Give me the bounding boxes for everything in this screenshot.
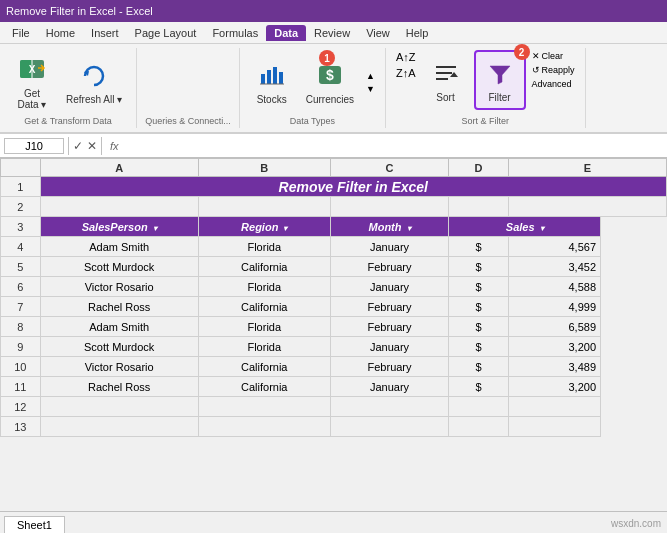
col-header-C[interactable]: C xyxy=(330,159,449,177)
advanced-button[interactable]: Advanced xyxy=(530,78,577,90)
refresh-all-button[interactable]: Refresh All ▾ xyxy=(60,52,128,112)
cell-12-C[interactable] xyxy=(198,397,330,417)
cell-4-E[interactable]: $ xyxy=(449,237,508,257)
cell-5-F[interactable]: 3,452 xyxy=(508,257,600,277)
cell-9-F[interactable]: 3,200 xyxy=(508,337,600,357)
col-header-B[interactable]: B xyxy=(198,159,330,177)
cell-12-D[interactable] xyxy=(330,397,449,417)
cell-10-F[interactable]: 3,489 xyxy=(508,357,600,377)
cell-4-D[interactable]: January xyxy=(330,237,449,257)
region-dropdown[interactable]: ▾ xyxy=(283,224,287,233)
cell-7-F[interactable]: 4,999 xyxy=(508,297,600,317)
cell-2-C[interactable] xyxy=(330,197,449,217)
cell-12-E[interactable] xyxy=(449,397,508,417)
cell-9-E[interactable]: $ xyxy=(449,337,508,357)
formula-input[interactable] xyxy=(127,140,663,152)
cell-4-B[interactable]: Adam Smith xyxy=(40,237,198,257)
cell-13-C[interactable] xyxy=(198,417,330,437)
cell-7-C[interactable]: California xyxy=(198,297,330,317)
cell-6-E[interactable]: $ xyxy=(449,277,508,297)
row-header-9: 9 xyxy=(1,337,41,357)
sort-button[interactable]: Sort xyxy=(422,50,470,110)
cell-8-C[interactable]: Florida xyxy=(198,317,330,337)
header-month[interactable]: Month ▾ xyxy=(330,217,449,237)
filter-button[interactable]: 2 Filter xyxy=(474,50,526,110)
month-dropdown[interactable]: ▾ xyxy=(407,224,411,233)
cell-10-C[interactable]: California xyxy=(198,357,330,377)
menu-data[interactable]: Data xyxy=(266,25,306,41)
cell-4-C[interactable]: Florida xyxy=(198,237,330,257)
cell-13-E[interactable] xyxy=(449,417,508,437)
clear-button[interactable]: ✕ Clear xyxy=(530,50,577,62)
menu-file[interactable]: File xyxy=(4,25,38,41)
header-salesperson[interactable]: SalesPerson ▾ xyxy=(40,217,198,237)
sales-dropdown[interactable]: ▾ xyxy=(540,224,544,233)
cell-12-F[interactable] xyxy=(508,397,600,417)
cell-9-D[interactable]: January xyxy=(330,337,449,357)
cell-8-F[interactable]: 6,589 xyxy=(508,317,600,337)
col-header-A[interactable]: A xyxy=(40,159,198,177)
menu-help[interactable]: Help xyxy=(398,25,437,41)
cell-11-F[interactable]: 3,200 xyxy=(508,377,600,397)
cell-13-F[interactable] xyxy=(508,417,600,437)
cell-2-A[interactable] xyxy=(40,197,198,217)
menu-home[interactable]: Home xyxy=(38,25,83,41)
formula-divider xyxy=(68,137,69,155)
get-data-button[interactable]: X GetData ▾ xyxy=(8,50,56,114)
get-data-label: GetData ▾ xyxy=(18,88,47,110)
cell-8-B[interactable]: Adam Smith xyxy=(40,317,198,337)
col-header-E[interactable]: E xyxy=(508,159,666,177)
header-sales[interactable]: Sales ▾ xyxy=(449,217,601,237)
datatype-up-btn[interactable]: ▲ xyxy=(364,70,377,82)
cell-9-B[interactable]: Scott Murdock xyxy=(40,337,198,357)
cell-10-D[interactable]: February xyxy=(330,357,449,377)
sort-az-button[interactable]: A↑Z xyxy=(394,50,418,64)
cell-5-E[interactable]: $ xyxy=(449,257,508,277)
reapply-button[interactable]: ↺ Reapply xyxy=(530,64,577,76)
cell-12-B[interactable] xyxy=(40,397,198,417)
row-header-2: 2 xyxy=(1,197,41,217)
cell-13-D[interactable] xyxy=(330,417,449,437)
cell-8-E[interactable]: $ xyxy=(449,317,508,337)
menu-view[interactable]: View xyxy=(358,25,398,41)
cell-7-E[interactable]: $ xyxy=(449,297,508,317)
cancel-formula-icon[interactable]: ✕ xyxy=(87,139,97,153)
cell-5-B[interactable]: Scott Murdock xyxy=(40,257,198,277)
cell-11-B[interactable]: Rachel Ross xyxy=(40,377,198,397)
sheet-tab-1[interactable]: Sheet1 xyxy=(4,516,65,533)
cell-7-B[interactable]: Rachel Ross xyxy=(40,297,198,317)
cell-6-F[interactable]: 4,588 xyxy=(508,277,600,297)
menu-insert[interactable]: Insert xyxy=(83,25,127,41)
sort-za-button[interactable]: Z↑A xyxy=(394,66,418,80)
cell-11-D[interactable]: January xyxy=(330,377,449,397)
cell-6-B[interactable]: Victor Rosario xyxy=(40,277,198,297)
get-transform-label: Get & Transform Data xyxy=(24,114,112,126)
cell-10-B[interactable]: Victor Rosario xyxy=(40,357,198,377)
cell-5-C[interactable]: California xyxy=(198,257,330,277)
cell-7-D[interactable]: February xyxy=(330,297,449,317)
cell-2-E[interactable] xyxy=(508,197,666,217)
cell-4-F[interactable]: 4,567 xyxy=(508,237,600,257)
cell-2-D[interactable] xyxy=(449,197,508,217)
cell-13-B[interactable] xyxy=(40,417,198,437)
header-region[interactable]: Region ▾ xyxy=(198,217,330,237)
col-header-D[interactable]: D xyxy=(449,159,508,177)
menu-review[interactable]: Review xyxy=(306,25,358,41)
cell-5-D[interactable]: February xyxy=(330,257,449,277)
cell-10-E[interactable]: $ xyxy=(449,357,508,377)
menu-formulas[interactable]: Formulas xyxy=(204,25,266,41)
cell-8-D[interactable]: February xyxy=(330,317,449,337)
cell-6-C[interactable]: Florida xyxy=(198,277,330,297)
checkmark-icon[interactable]: ✓ xyxy=(73,139,83,153)
cell-2-B[interactable] xyxy=(198,197,330,217)
cell-9-C[interactable]: Florida xyxy=(198,337,330,357)
cell-6-D[interactable]: January xyxy=(330,277,449,297)
cell-11-C[interactable]: California xyxy=(198,377,330,397)
cell-reference-input[interactable] xyxy=(4,138,64,154)
cell-11-E[interactable]: $ xyxy=(449,377,508,397)
table-row: 4 Adam Smith Florida January $ 4,567 xyxy=(1,237,667,257)
salesperson-dropdown[interactable]: ▾ xyxy=(153,224,157,233)
datatype-down-btn[interactable]: ▼ xyxy=(364,83,377,95)
stocks-button[interactable]: Stocks xyxy=(248,52,296,112)
menu-pagelayout[interactable]: Page Layout xyxy=(127,25,205,41)
